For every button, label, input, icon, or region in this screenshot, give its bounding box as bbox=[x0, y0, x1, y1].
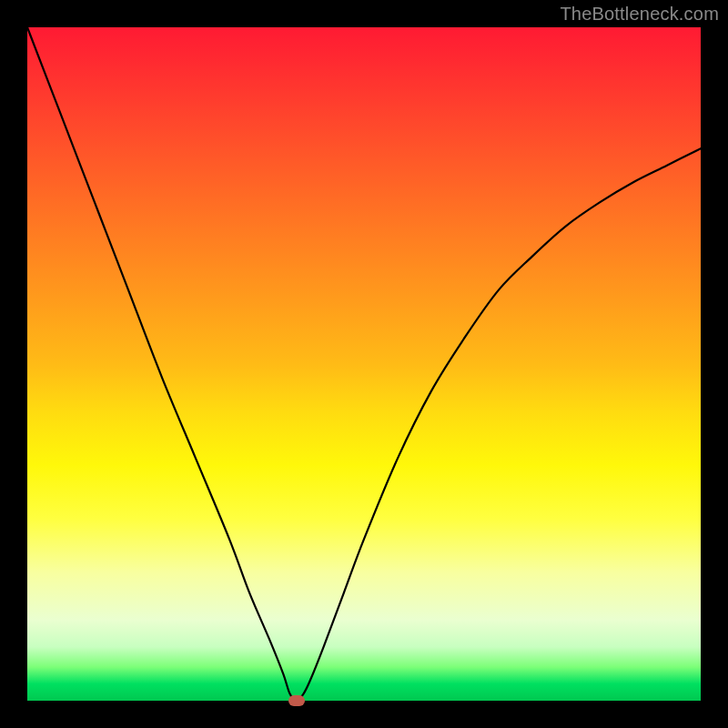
bottleneck-curve bbox=[27, 27, 701, 701]
watermark-text: TheBottleneck.com bbox=[560, 4, 719, 25]
curve-svg bbox=[27, 27, 701, 701]
plot-area bbox=[27, 27, 701, 701]
chart-frame: TheBottleneck.com bbox=[0, 0, 728, 728]
optimal-marker bbox=[288, 695, 305, 706]
